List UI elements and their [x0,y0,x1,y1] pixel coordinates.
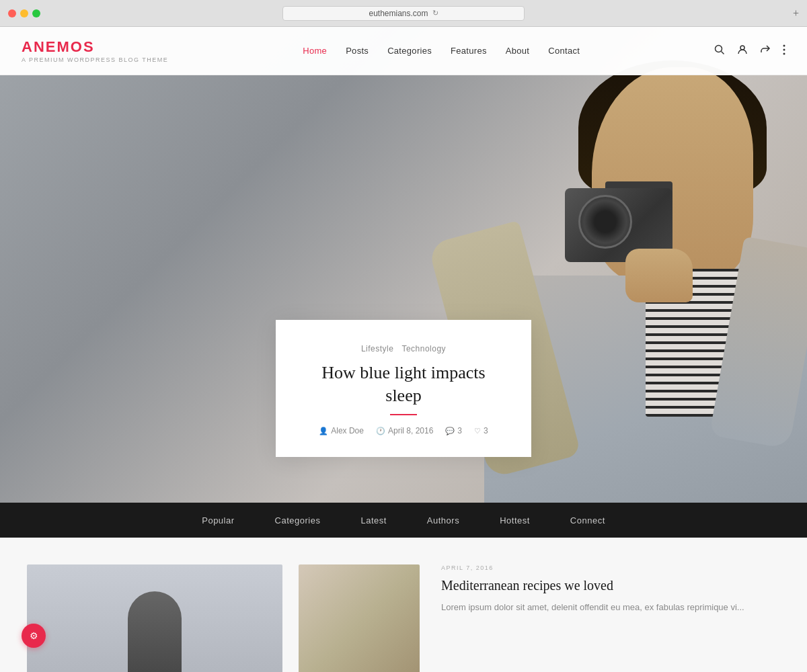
minimize-button[interactable] [20,9,28,17]
nav-icons [714,44,785,57]
like-count: 3 [484,426,488,435]
svg-point-4 [783,49,785,51]
main-nav: Home Posts Categories Features About Con… [303,46,580,56]
below-hero: APRIL 7, 2016 Mediterranean recipes we l… [0,538,807,672]
site-header: ANEMOS A PREMIUM WORDPRESS BLOG THEME Ho… [0,27,807,75]
hero-image [0,27,807,538]
website-content: Lifestyle Technology How blue light impa… [0,27,807,672]
url-text: euthemians.com [369,9,428,18]
nav-posts[interactable]: Posts [346,46,369,56]
hero-background [0,27,807,538]
portrait-figure [27,564,282,672]
meta-comments: 💬 3 [445,426,462,435]
sec-nav-hottest[interactable]: Hottest [500,515,530,526]
logo-name: NEMOS [34,38,95,55]
svg-line-1 [722,52,724,54]
post-card-portrait[interactable] [27,564,282,672]
post-excerpt: Lorem ipsum dolor sit amet, delenit offe… [441,601,775,615]
svg-point-0 [716,46,722,52]
meta-date: 🕐 April 8, 2016 [376,426,433,435]
maximize-button[interactable] [32,9,40,17]
gear-icon: ⚙ [30,630,38,642]
tag-technology[interactable]: Technology [401,344,446,353]
address-bar[interactable]: euthemians.com ↻ [282,6,525,21]
card-meta: 👤 Alex Doe 🕐 April 8, 2016 💬 3 ♡ 3 [305,426,502,435]
meta-likes: ♡ 3 [474,426,488,435]
hero-section: Lifestyle Technology How blue light impa… [0,27,807,538]
more-icon[interactable] [783,44,785,57]
nav-home[interactable]: Home [303,46,327,56]
comment-icon: 💬 [445,427,455,435]
nav-categories[interactable]: Categories [387,46,432,56]
logo[interactable]: ANEMOS A PREMIUM WORDPRESS BLOG THEME [22,38,168,63]
post-date-label: APRIL 7, 2016 [441,564,775,571]
reload-icon[interactable]: ↻ [432,9,438,17]
user-icon[interactable] [737,44,748,57]
close-button[interactable] [8,9,16,17]
sec-nav-categories[interactable]: Categories [275,515,321,526]
logo-prefix: A [22,38,34,55]
traffic-lights [8,9,40,17]
nav-contact[interactable]: Contact [548,46,580,56]
sec-nav-authors[interactable]: Authors [427,515,459,526]
meta-author: 👤 Alex Doe [319,426,364,435]
logo-text: ANEMOS [22,38,168,56]
settings-fab[interactable]: ⚙ [22,624,46,648]
svg-point-3 [783,45,785,47]
post-card-text: APRIL 7, 2016 Mediterranean recipes we l… [436,564,780,615]
card-title[interactable]: How blue light impacts sleep [305,362,502,407]
clock-icon: 🕐 [376,427,385,435]
browser-chrome: euthemians.com ↻ + [0,0,807,27]
post-card-food[interactable] [299,564,420,672]
sec-nav-latest[interactable]: Latest [360,515,386,526]
svg-point-5 [783,53,785,55]
author-name: Alex Doe [331,426,364,435]
small-person-figure [128,591,182,672]
logo-tagline: A PREMIUM WORDPRESS BLOG THEME [22,56,168,63]
food-image [299,564,420,672]
sec-nav-connect[interactable]: Connect [570,515,605,526]
camera-lens [578,195,632,249]
post-title[interactable]: Mediterranean recipes we loved [441,577,775,594]
svg-point-2 [740,46,744,50]
heart-icon: ♡ [474,427,481,435]
person-hand [625,249,693,302]
featured-card: Lifestyle Technology How blue light impa… [276,320,531,457]
card-divider [390,414,417,415]
sec-nav-popular[interactable]: Popular [202,515,234,526]
comment-count: 3 [457,426,462,435]
share-icon[interactable] [760,44,771,57]
author-icon: 👤 [319,427,328,435]
card-tags: Lifestyle Technology [305,344,502,353]
search-icon[interactable] [714,44,725,57]
nav-features[interactable]: Features [451,46,487,56]
nav-about[interactable]: About [506,46,529,56]
secondary-nav: Popular Categories Latest Authors Hottes… [0,503,807,538]
tag-lifestyle[interactable]: Lifestyle [361,344,394,353]
post-date: April 8, 2016 [388,426,433,435]
new-tab-button[interactable]: + [793,7,799,19]
